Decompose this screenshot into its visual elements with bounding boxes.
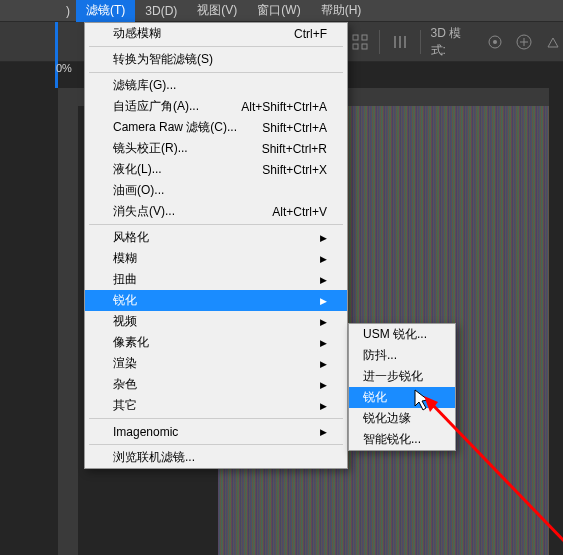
menu-noise[interactable]: 杂色▶	[85, 374, 347, 395]
menu-view[interactable]: 视图(V)	[187, 0, 247, 22]
menu-label: 动感模糊	[113, 25, 161, 42]
menu-label: 消失点(V)...	[113, 203, 175, 220]
chevron-right-icon: ▶	[320, 296, 327, 306]
grid-icon[interactable]	[350, 32, 369, 52]
orbit-icon[interactable]	[485, 32, 504, 52]
menu-label: 浏览联机滤镜...	[113, 449, 195, 466]
menu-stylize[interactable]: 风格化▶	[85, 227, 347, 248]
chevron-right-icon: ▶	[320, 233, 327, 243]
chevron-right-icon: ▶	[320, 254, 327, 264]
menu-filter[interactable]: 滤镜(T)	[76, 0, 135, 22]
divider	[379, 30, 380, 54]
chevron-right-icon: ▶	[320, 380, 327, 390]
chevron-right-icon: ▶	[320, 359, 327, 369]
menu-distort[interactable]: 扭曲▶	[85, 269, 347, 290]
menu-convert-smart[interactable]: 转换为智能滤镜(S)	[85, 49, 347, 70]
menu-render[interactable]: 渲染▶	[85, 353, 347, 374]
ruler-vertical	[58, 88, 78, 555]
menu-vanishing-point[interactable]: 消失点(V)...Alt+Ctrl+V	[85, 201, 347, 222]
menu-other[interactable]: 其它▶	[85, 395, 347, 416]
selection-indicator	[55, 22, 58, 88]
menu-filter-gallery[interactable]: 滤镜库(G)...	[85, 75, 347, 96]
menu-label: 其它	[113, 397, 137, 414]
separator	[89, 418, 343, 419]
svg-line-10	[428, 400, 563, 542]
top-icon[interactable]	[544, 32, 563, 52]
menu-lens-correction[interactable]: 镜头校正(R)...Shift+Ctrl+R	[85, 138, 347, 159]
menu-help[interactable]: 帮助(H)	[311, 0, 372, 22]
menu-label: 视频	[113, 313, 137, 330]
svg-rect-1	[362, 35, 367, 40]
menu-browse-online[interactable]: 浏览联机滤镜...	[85, 447, 347, 468]
menu-label: 风格化	[113, 229, 149, 246]
menu-label: 模糊	[113, 250, 137, 267]
chevron-right-icon: ▶	[320, 275, 327, 285]
menu-label: 进一步锐化	[363, 368, 423, 385]
menu-label: 渲染	[113, 355, 137, 372]
zoom-level: 0%	[56, 62, 72, 74]
svg-rect-2	[353, 44, 358, 49]
separator	[89, 224, 343, 225]
separator	[89, 72, 343, 73]
mode-label: 3D 模式:	[431, 25, 475, 59]
menu-shortcut: Ctrl+F	[294, 27, 327, 41]
menu-blur[interactable]: 模糊▶	[85, 248, 347, 269]
menu-pixelate[interactable]: 像素化▶	[85, 332, 347, 353]
menu-camera-raw[interactable]: Camera Raw 滤镜(C)...Shift+Ctrl+A	[85, 117, 347, 138]
menu-liquify[interactable]: 液化(L)...Shift+Ctrl+X	[85, 159, 347, 180]
menu-label: 镜头校正(R)...	[113, 140, 188, 157]
svg-rect-0	[353, 35, 358, 40]
menu-label: Camera Raw 滤镜(C)...	[113, 119, 237, 136]
menu-label: 滤镜库(G)...	[113, 77, 176, 94]
menubar-truncated: )	[60, 1, 76, 21]
menu-shortcut: Shift+Ctrl+A	[262, 121, 327, 135]
menu-window[interactable]: 窗口(W)	[247, 0, 310, 22]
menu-label: 自适应广角(A)...	[113, 98, 199, 115]
submenu-sharpen-more[interactable]: 进一步锐化	[349, 366, 455, 387]
chevron-right-icon: ▶	[320, 317, 327, 327]
menu-label: 扭曲	[113, 271, 137, 288]
menu-imagenomic[interactable]: Imagenomic▶	[85, 421, 347, 442]
menu-label: 转换为智能滤镜(S)	[113, 51, 213, 68]
menu-label: USM 锐化...	[363, 326, 427, 343]
svg-point-8	[493, 40, 497, 44]
menu-label: 锐化边缘	[363, 410, 411, 427]
menu-last-filter[interactable]: 动感模糊 Ctrl+F	[85, 23, 347, 44]
menu-3d[interactable]: 3D(D)	[135, 1, 187, 21]
chevron-right-icon: ▶	[320, 401, 327, 411]
arrow-annotation	[410, 392, 563, 555]
menu-sharpen[interactable]: 锐化▶	[85, 290, 347, 311]
menu-label: 防抖...	[363, 347, 397, 364]
menu-label: 锐化	[363, 389, 387, 406]
menu-label: 锐化	[113, 292, 137, 309]
svg-rect-3	[362, 44, 367, 49]
menu-label: 像素化	[113, 334, 149, 351]
chevron-right-icon: ▶	[320, 427, 327, 437]
menu-shortcut: Shift+Ctrl+R	[262, 142, 327, 156]
menu-label: 液化(L)...	[113, 161, 162, 178]
submenu-usm[interactable]: USM 锐化...	[349, 324, 455, 345]
menu-label: 杂色	[113, 376, 137, 393]
pan-icon[interactable]	[514, 32, 533, 52]
separator	[89, 444, 343, 445]
menubar: ) 滤镜(T) 3D(D) 视图(V) 窗口(W) 帮助(H)	[0, 0, 563, 22]
menu-oil-paint[interactable]: 油画(O)...	[85, 180, 347, 201]
menu-label: 油画(O)...	[113, 182, 164, 199]
chevron-right-icon: ▶	[320, 338, 327, 348]
menu-label: Imagenomic	[113, 425, 178, 439]
divider	[420, 30, 421, 54]
menu-shortcut: Shift+Ctrl+X	[262, 163, 327, 177]
filter-menu: 动感模糊 Ctrl+F 转换为智能滤镜(S) 滤镜库(G)... 自适应广角(A…	[84, 22, 348, 469]
columns-icon[interactable]	[390, 32, 409, 52]
menu-shortcut: Alt+Ctrl+V	[272, 205, 327, 219]
menu-adaptive-wide[interactable]: 自适应广角(A)...Alt+Shift+Ctrl+A	[85, 96, 347, 117]
menu-video[interactable]: 视频▶	[85, 311, 347, 332]
submenu-shake[interactable]: 防抖...	[349, 345, 455, 366]
menu-shortcut: Alt+Shift+Ctrl+A	[241, 100, 327, 114]
separator	[89, 46, 343, 47]
